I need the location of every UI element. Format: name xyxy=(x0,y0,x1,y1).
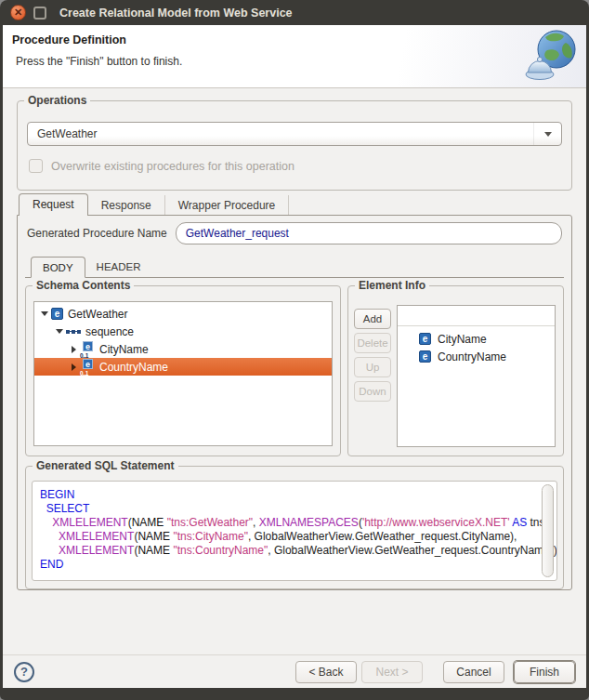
tree-item-label: CityName xyxy=(99,343,149,356)
close-button[interactable]: ✕ xyxy=(10,5,26,20)
sql-line: XMLELEMENT(NAME "tns:GetWeather", XMLNAM… xyxy=(40,516,534,530)
body-tab-content: Schema Contents eGetWeathersequencee0..1… xyxy=(25,285,564,456)
request-response-tabs: Request Response Wrapper Procedure xyxy=(17,193,572,216)
cancel-button[interactable]: Cancel xyxy=(443,661,504,683)
sql-vertical-scrollbar[interactable] xyxy=(542,484,554,577)
tree-item-countryname[interactable]: e0..1CountryName xyxy=(34,358,332,376)
sequence-icon xyxy=(66,328,81,335)
next-button: Next > xyxy=(361,661,423,683)
element-icon: e xyxy=(419,350,431,363)
list-item-label: CountryName xyxy=(438,350,506,363)
optional-element-icon: e0..1 xyxy=(80,341,96,357)
sql-line: XMLELEMENT(NAME "tns:CountryName", Globa… xyxy=(40,544,534,558)
schema-contents-legend: Schema Contents xyxy=(33,279,134,292)
tab-wrapper-procedure[interactable]: Wrapper Procedure xyxy=(165,195,290,216)
wizard-body: Operations GetWeather Overwrite existing… xyxy=(3,88,586,654)
generated-sql-group: Generated SQL Statement BEGIN SELECT XML… xyxy=(25,466,564,589)
sql-line: END xyxy=(40,558,534,572)
generated-sql-legend: Generated SQL Statement xyxy=(33,459,178,472)
element-info-buttons: Add Delete Up Down xyxy=(354,309,391,402)
down-button: Down xyxy=(354,381,391,402)
tree-item-getweather[interactable]: eGetWeather xyxy=(34,305,332,323)
element-info-group: Element Info Add Delete Up Down eCityNam… xyxy=(347,285,564,456)
help-button[interactable]: ? xyxy=(14,662,34,682)
schema-contents-group: Schema Contents eGetWeathersequencee0..1… xyxy=(25,285,341,456)
tab-response[interactable]: Response xyxy=(88,195,165,216)
tree-item-label: GetWeather xyxy=(68,308,127,321)
operations-selected-value: GetWeather xyxy=(28,127,533,140)
combo-dropdown-arrow-icon[interactable] xyxy=(533,123,561,145)
sql-line: SELECT xyxy=(40,502,534,516)
tab-body[interactable]: BODY xyxy=(31,257,85,278)
collapse-arrow-icon[interactable] xyxy=(38,311,50,316)
add-button[interactable]: Add xyxy=(354,309,391,329)
window-frame: ✕ Create Relational Model from Web Servi… xyxy=(0,0,589,700)
schema-tree[interactable]: eGetWeathersequencee0..1CityNamee0..1Cou… xyxy=(33,301,333,446)
tab-header[interactable]: HEADER xyxy=(85,258,152,277)
operations-legend: Operations xyxy=(24,94,90,107)
procedure-name-input[interactable] xyxy=(176,222,562,244)
procedure-name-row: Generated Procedure Name xyxy=(27,222,562,244)
wizard-dialog: Procedure Definition Press the "Finish" … xyxy=(3,25,586,688)
list-item-cityname[interactable]: eCityName xyxy=(398,330,555,348)
element-info-list-header xyxy=(398,306,555,326)
tree-item-label: CountryName xyxy=(99,361,168,374)
web-service-globe-icon xyxy=(524,29,578,86)
collapse-arrow-icon[interactable] xyxy=(53,329,65,334)
element-info-list[interactable]: eCityNameeCountryName xyxy=(397,305,556,447)
sql-line: XMLELEMENT(NAME "tns:CityName", GlobalWe… xyxy=(40,530,534,544)
back-button[interactable]: < Back xyxy=(295,661,357,683)
overwrite-row: Overwrite existing procedures for this o… xyxy=(29,159,294,173)
titlebar: ✕ Create Relational Model from Web Servi… xyxy=(3,0,586,25)
element-icon: e xyxy=(419,333,431,345)
element-info-list-items: eCityNameeCountryName xyxy=(398,326,555,365)
page-title: Procedure Definition xyxy=(12,33,586,46)
tree-item-cityname[interactable]: e0..1CityName xyxy=(34,340,332,358)
sql-code: BEGIN SELECT XMLELEMENT(NAME "tns:GetWea… xyxy=(40,488,534,572)
optional-element-icon: e0..1 xyxy=(80,359,96,375)
body-header-tabs: BODY HEADER xyxy=(25,257,564,278)
operations-group: Operations GetWeather Overwrite existing… xyxy=(17,100,572,191)
sql-line: BEGIN xyxy=(40,488,534,502)
window-title: Create Relational Model from Web Service xyxy=(59,7,293,20)
expand-arrow-icon[interactable] xyxy=(68,346,80,353)
tree-item-sequence[interactable]: sequence xyxy=(34,323,332,340)
finish-button[interactable]: Finish xyxy=(514,661,575,683)
page-subtitle: Press the "Finish" button to finish. xyxy=(16,55,586,68)
tree-item-label: sequence xyxy=(85,325,134,338)
wizard-header: Procedure Definition Press the "Finish" … xyxy=(3,25,586,88)
delete-button: Delete xyxy=(354,333,391,353)
list-item-label: CityName xyxy=(438,333,487,346)
maximize-button[interactable] xyxy=(33,7,46,20)
wizard-button-bar: ? < Back Next > Cancel Finish xyxy=(3,654,586,688)
element-info-legend: Element Info xyxy=(355,279,429,292)
sql-statement-viewer[interactable]: BEGIN SELECT XMLELEMENT(NAME "tns:GetWea… xyxy=(32,481,557,581)
overwrite-checkbox-label: Overwrite existing procedures for this o… xyxy=(51,160,294,173)
overwrite-checkbox xyxy=(29,159,43,173)
element-icon: e xyxy=(51,308,63,320)
tab-request[interactable]: Request xyxy=(19,193,88,216)
procedure-name-label: Generated Procedure Name xyxy=(27,227,167,240)
list-item-countryname[interactable]: eCountryName xyxy=(398,348,555,365)
operations-combobox[interactable]: GetWeather xyxy=(27,122,562,146)
request-tab-content: Generated Procedure Name BODY HEADER Sch… xyxy=(17,215,572,590)
up-button: Up xyxy=(354,357,391,377)
expand-arrow-icon[interactable] xyxy=(68,363,80,371)
